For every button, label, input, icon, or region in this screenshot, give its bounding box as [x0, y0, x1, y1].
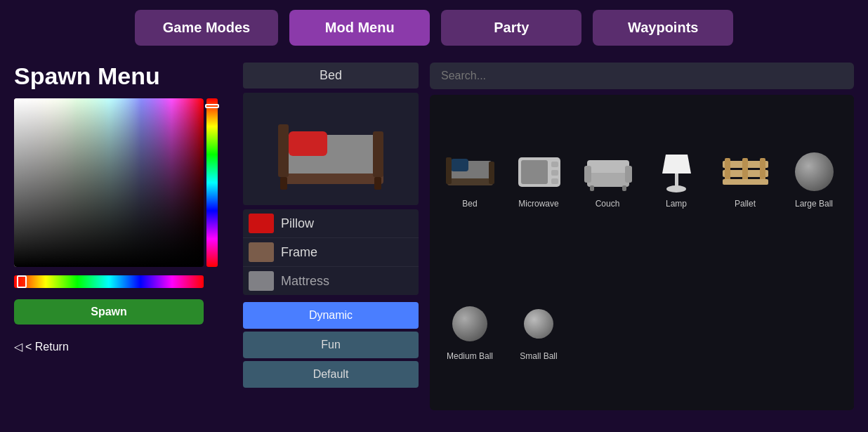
svg-marker-23	[662, 155, 691, 174]
selected-item-name: Bed	[243, 63, 419, 89]
nav-mod-menu[interactable]: Mod Menu	[289, 10, 430, 46]
large-ball-label: Large Ball	[795, 199, 833, 209]
nav-game-modes[interactable]: Game Modes	[135, 10, 278, 46]
spawn-button[interactable]: Spawn	[14, 299, 204, 325]
pallet-label: Pallet	[735, 199, 756, 209]
part-pillow[interactable]: Pillow	[243, 209, 419, 238]
svg-rect-19	[584, 166, 591, 183]
microwave-icon	[511, 147, 567, 196]
couch-icon	[579, 147, 636, 196]
top-navigation: Game Modes Mod Menu Party Waypoints	[0, 0, 868, 55]
color-strip-thumb	[17, 275, 27, 288]
bed-icon	[442, 147, 498, 196]
physics-default-button[interactable]: Default	[243, 361, 419, 388]
frame-label: Frame	[281, 245, 317, 260]
item-preview	[243, 93, 419, 205]
middle-panel: Bed Pillow	[243, 63, 419, 410]
physics-buttons: Dynamic Fun Default	[243, 302, 419, 388]
svg-rect-18	[587, 160, 629, 173]
svg-rect-21	[590, 185, 594, 191]
bed-preview-svg	[268, 103, 394, 195]
medium-ball-label: Medium Ball	[447, 351, 493, 361]
physics-fun-button[interactable]: Fun	[243, 332, 419, 358]
lamp-label: Lamp	[666, 199, 687, 209]
grid-item-lamp[interactable]: Lamp	[643, 102, 709, 251]
return-button[interactable]: ◁ < Return	[14, 337, 232, 356]
svg-point-25	[666, 185, 686, 192]
medium-ball-shape	[452, 306, 487, 341]
svg-rect-17	[587, 171, 629, 187]
mattress-label: Mattress	[281, 274, 329, 289]
spawn-menu-title: Spawn Menu	[14, 63, 232, 90]
main-container: Spawn Menu Spawn ◁ < Return Be	[0, 55, 868, 417]
svg-rect-5	[280, 177, 287, 190]
couch-label: Couch	[596, 199, 620, 209]
return-arrow-icon: ◁	[14, 340, 22, 353]
svg-rect-2	[289, 131, 327, 156]
grid-item-couch[interactable]: Couch	[574, 102, 640, 251]
svg-rect-20	[625, 166, 632, 183]
nav-party[interactable]: Party	[441, 10, 581, 46]
svg-rect-10	[446, 157, 452, 184]
medium-ball-icon	[442, 299, 498, 348]
small-ball-shape	[524, 309, 553, 339]
microwave-label: Microwave	[518, 199, 558, 209]
grid-item-microwave[interactable]: Microwave	[506, 102, 572, 251]
svg-rect-4	[373, 131, 383, 177]
physics-dynamic-button[interactable]: Dynamic	[243, 302, 419, 329]
svg-rect-3	[278, 124, 289, 177]
svg-rect-6	[374, 177, 381, 190]
grid-item-large-ball[interactable]: Large Ball	[781, 102, 847, 251]
grid-item-medium-ball[interactable]: Medium Ball	[437, 254, 503, 404]
svg-rect-22	[622, 185, 626, 191]
items-grid: Bed Microwave	[430, 95, 854, 410]
parts-list: Pillow Frame Mattress	[243, 209, 419, 295]
color-hue-strip[interactable]	[14, 275, 204, 288]
svg-rect-29	[742, 158, 748, 183]
svg-rect-11	[489, 162, 494, 184]
color-strip-container	[14, 275, 204, 291]
svg-rect-9	[451, 159, 468, 171]
svg-rect-14	[551, 162, 558, 167]
frame-color-swatch	[249, 242, 274, 262]
svg-rect-13	[521, 160, 548, 184]
color-picker[interactable]	[14, 98, 218, 267]
return-label: < Return	[25, 341, 69, 353]
lamp-icon	[648, 147, 704, 196]
part-mattress[interactable]: Mattress	[243, 267, 419, 295]
nav-waypoints[interactable]: Waypoints	[593, 10, 733, 46]
pillow-label: Pillow	[281, 216, 314, 231]
part-frame[interactable]: Frame	[243, 238, 419, 267]
svg-rect-15	[551, 170, 558, 176]
left-panel: Spawn Menu Spawn ◁ < Return	[14, 63, 232, 410]
small-ball-label: Small Ball	[520, 351, 557, 361]
right-panel: Bed Microwave	[430, 63, 854, 410]
search-input[interactable]	[430, 63, 854, 89]
svg-rect-28	[725, 158, 730, 183]
svg-rect-16	[551, 178, 558, 184]
pallet-icon	[717, 147, 773, 196]
large-ball-icon	[786, 147, 842, 196]
hue-thumb	[205, 104, 219, 108]
grid-item-pallet[interactable]: Pallet	[712, 102, 778, 251]
mattress-color-swatch	[249, 271, 274, 291]
hue-slider[interactable]	[206, 98, 218, 267]
svg-rect-31	[723, 179, 768, 185]
bed-label: Bed	[462, 199, 477, 209]
grid-item-small-ball[interactable]: Small Ball	[506, 254, 572, 404]
color-gradient-area[interactable]	[14, 98, 204, 267]
grid-item-bed[interactable]: Bed	[437, 102, 503, 251]
svg-rect-30	[760, 158, 765, 183]
large-ball-shape	[795, 152, 834, 191]
small-ball-icon	[511, 299, 567, 348]
pillow-color-swatch	[249, 214, 274, 233]
